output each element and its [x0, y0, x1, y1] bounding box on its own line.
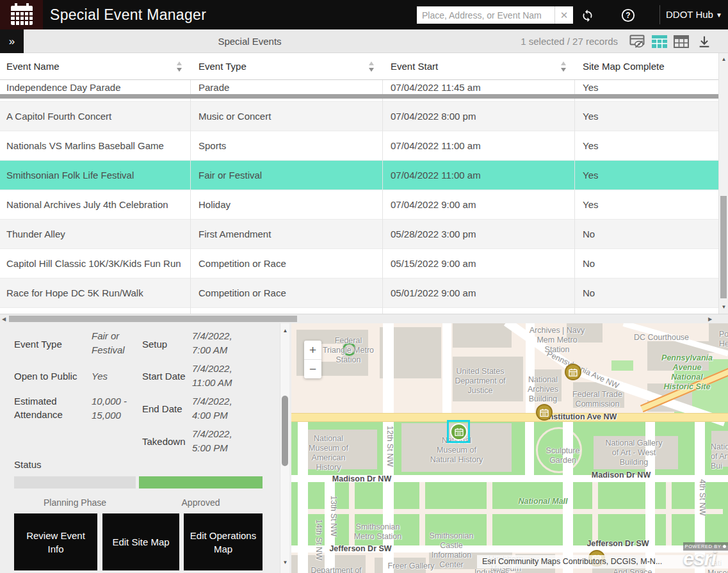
event-start-cell: 07/04/2022 11:00 am [391, 131, 481, 160]
status-stage-label: Approved [139, 497, 263, 508]
refresh-icon [581, 9, 594, 22]
site-map-complete-cell: Yes [583, 102, 598, 131]
event-type-cell: Holiday [198, 190, 231, 219]
app-logo [0, 0, 43, 29]
status-bar-approved [139, 476, 263, 488]
table-row-selected[interactable]: Smithsonian Folk Life Festival Fair or F… [0, 161, 718, 190]
map-label-madison-dr-east: Madison Dr NW [592, 471, 651, 480]
map-label-dc-courthouse: DC Courthouse [634, 333, 689, 343]
map-label-national-mall: National Mall [518, 497, 567, 506]
selected-event-marker-icon[interactable] [450, 423, 467, 440]
scrollbar-thumb[interactable] [9, 316, 297, 322]
column-header-event-start[interactable]: Event Start [391, 53, 438, 80]
field-value: 7/4/2022, 5:00 PM [192, 427, 263, 455]
scroll-down-icon[interactable]: ▼ [719, 304, 728, 310]
map-label-national-archives: National Archives Building [528, 375, 558, 404]
esri-globe-icon [723, 545, 726, 548]
map-label-department-of: Department of [311, 566, 361, 573]
scroll-right-icon[interactable]: ▶ [708, 314, 712, 324]
column-divider [190, 53, 191, 314]
map-label-gallery-east-clipped: Nationa of Art Bui [711, 442, 728, 471]
table-row-partial[interactable] [0, 308, 718, 314]
table-row[interactable]: Capitol Hill Classic 10K/3K/Kids Fun Run… [0, 249, 718, 278]
field-label: Setup [142, 337, 200, 351]
event-name-cell: Independence Day Parade [6, 80, 120, 103]
column-header-event-type[interactable]: Event Type [198, 53, 247, 80]
refresh-button[interactable] [579, 8, 595, 23]
map-label-13th-st: 13th St NW [328, 496, 338, 537]
edit-site-map-button[interactable]: Edit Site Map [102, 513, 179, 570]
sort-icon[interactable] [177, 61, 182, 72]
event-marker-icon[interactable] [565, 364, 581, 380]
special-event-manager-app: Special Event Manager ✕ ? DDOT Hub ▼ » S… [0, 0, 728, 573]
constitution-ave-road [291, 413, 728, 422]
status-label: Status [14, 459, 42, 470]
review-event-info-button[interactable]: Review Event Info [14, 513, 97, 570]
hide-columns-button[interactable] [629, 34, 645, 49]
table-grid-active-icon [652, 35, 667, 48]
zoom-out-button[interactable]: − [304, 360, 321, 378]
field-label: Start Date [142, 369, 200, 383]
scroll-shadow [0, 94, 718, 99]
scrollbar-thumb[interactable] [720, 196, 727, 298]
expand-panel-button[interactable]: » [0, 29, 24, 53]
table-row[interactable]: Thunder Alley First Amendment 05/28/2022… [0, 220, 718, 249]
panel-vertical-scrollbar[interactable]: ▲ ▼ [280, 323, 289, 573]
selection-summary: 1 selected / 27 records [521, 29, 618, 53]
svg-text:?: ? [626, 11, 630, 20]
column-header-event-name[interactable]: Event Name [6, 53, 60, 80]
status-stage-label: Planning Phase [14, 497, 136, 508]
table-row[interactable]: A Capitol Fourth Concert Music or Concer… [0, 102, 718, 131]
help-button[interactable]: ? [620, 8, 636, 23]
event-start-cell: 05/15/2022 9:00 am [391, 249, 476, 278]
field-label: Event Type [14, 337, 88, 351]
account-menu[interactable]: DDOT Hub ▼ [666, 0, 722, 29]
horizontal-scrollbar[interactable]: ◀ ▶ [0, 314, 728, 323]
event-type-cell: First Amendment [198, 220, 271, 248]
column-header-site-map-complete[interactable]: Site Map Complete [583, 53, 665, 80]
field-value: Fair or Festival [92, 329, 140, 357]
table-row[interactable]: Race for Hope DC 5K Run/Walk Competition… [0, 278, 718, 308]
field-value: Yes [92, 369, 140, 383]
table-view-active-button[interactable] [652, 34, 667, 49]
map-label-penn-historic-site: Pennsylvania Avenue National Historic Si… [661, 353, 713, 392]
map-label-madison-dr-west: Madison Dr NW [332, 474, 391, 484]
search-input[interactable] [417, 6, 554, 24]
sort-icon[interactable] [561, 61, 567, 72]
column-divider [382, 53, 383, 314]
event-type-cell: Fair or Festival [198, 161, 262, 190]
event-name-cell: Race for Hope DC 5K Run/Walk [6, 278, 143, 307]
table-row[interactable]: National Archives July 4th Celebration H… [0, 190, 718, 220]
scroll-down-icon[interactable]: ▼ [280, 560, 290, 565]
download-icon [697, 35, 711, 49]
table-row[interactable]: Nationals VS Marlins Baseball Game Sport… [0, 131, 718, 161]
sort-icon[interactable] [369, 61, 375, 72]
event-name-cell: Capitol Hill Classic 10K/3K/Kids Fun Run [6, 249, 181, 278]
account-name: DDOT Hub [666, 9, 713, 20]
scroll-up-icon[interactable]: ▲ [280, 328, 290, 334]
chevron-down-icon: ▼ [716, 12, 722, 19]
map-label-jefferson-dr-east: Jefferson Dr SW [586, 539, 649, 549]
field-value: 7/4/2022, 11:00 AM [192, 362, 263, 390]
map-label-ftc: Federal Trade Commission [572, 390, 622, 409]
field-value: 7/4/2022, 4:00 PM [192, 394, 263, 423]
event-marker-icon[interactable] [536, 404, 553, 421]
table-vertical-scrollbar[interactable]: ▲ ▼ [718, 53, 728, 314]
event-type-cell: Music or Concert [198, 102, 271, 131]
table-view-button[interactable] [674, 34, 689, 49]
scroll-up-icon[interactable]: ▲ [719, 56, 728, 62]
map-label-police-hq: Po Head [719, 330, 728, 349]
zoom-in-button[interactable]: + [304, 341, 321, 359]
clear-search-icon[interactable]: ✕ [554, 6, 573, 24]
site-map-complete-cell: Yes [583, 80, 598, 103]
field-label: End Date [142, 402, 200, 416]
map-label-sculpture-garden: Sculpture Garden [546, 446, 580, 465]
scrollbar-thumb[interactable] [282, 396, 288, 466]
page-title: Special Event Manager [50, 0, 206, 29]
edit-operations-map-button[interactable]: Edit Operations Map [184, 513, 263, 570]
column-divider [574, 53, 575, 314]
scroll-left-icon[interactable]: ◀ [2, 314, 6, 324]
map-canvas[interactable]: Federal Triangle Metro Station United St… [291, 323, 728, 573]
download-button[interactable] [697, 34, 712, 49]
field-label: Takedown [142, 435, 200, 448]
